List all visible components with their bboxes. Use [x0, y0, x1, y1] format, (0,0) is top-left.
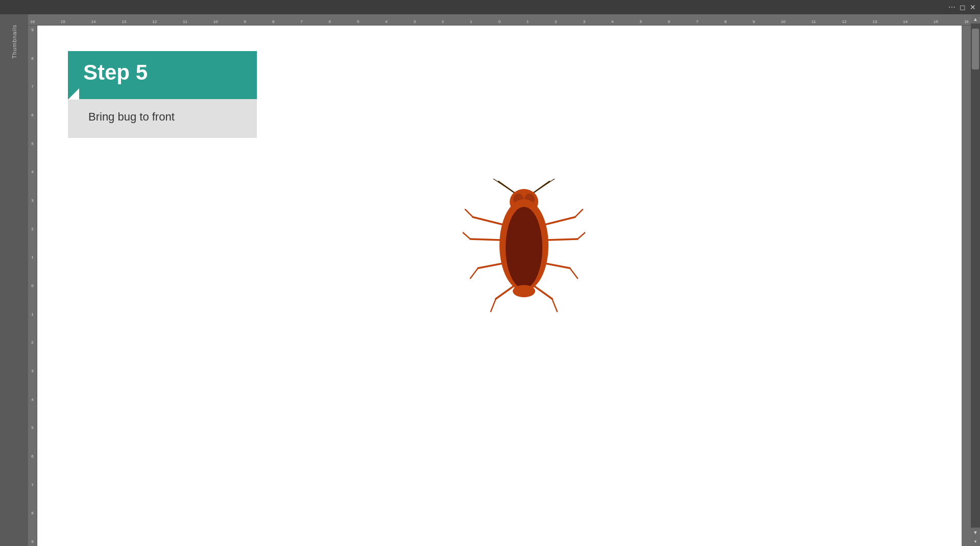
ruler-tick: 2	[555, 19, 557, 24]
svg-line-20	[570, 268, 578, 278]
ruler-tick: 7	[31, 483, 33, 487]
svg-line-16	[575, 209, 583, 217]
ruler-tick: 15	[61, 19, 65, 24]
ruler-tick: 4	[31, 397, 33, 402]
svg-point-8	[506, 207, 542, 289]
ruler-tick: 11	[183, 19, 187, 24]
step-header-notch	[68, 88, 79, 100]
ruler-tick: 13	[122, 19, 126, 24]
step-body: Bring bug to front	[68, 99, 257, 138]
ruler-tick: 5	[639, 19, 641, 24]
ruler-tick: 7	[300, 19, 302, 24]
ruler-tick: 10	[213, 19, 218, 24]
scrollbar-track[interactable]	[971, 23, 980, 528]
ruler-tick: 5	[31, 425, 33, 430]
step-header: Step 5	[68, 51, 257, 99]
ruler-tick: 2	[442, 19, 444, 24]
svg-line-23	[534, 286, 552, 299]
ruler-tick: 8	[272, 19, 274, 24]
ruler-tick: 15	[934, 19, 938, 24]
svg-line-14	[470, 268, 478, 278]
canvas[interactable]: Step 5 Bring bug to front	[37, 26, 962, 546]
svg-line-19	[543, 263, 570, 268]
svg-line-18	[578, 232, 585, 239]
ruler-tick: 7	[31, 84, 33, 89]
ruler-tick: 3	[583, 19, 585, 24]
ruler-tick: 3	[414, 19, 416, 24]
ruler-tick: 9	[31, 539, 33, 544]
ruler-tick: 1	[31, 255, 33, 259]
ruler-tick: 4	[385, 19, 387, 24]
ruler-tick: 4	[31, 170, 33, 174]
ruler-tick: 6	[31, 113, 33, 117]
step-description: Bring bug to front	[88, 110, 175, 123]
close-icon[interactable]: ✕	[970, 3, 976, 11]
ruler-top: 16 15 14 13 12 11 10 9 8 7 6 5 4 3 2 1 0	[28, 14, 971, 26]
ruler-tick: 1	[31, 312, 33, 317]
scroll-up-arrow[interactable]: ▲	[971, 14, 980, 23]
step-card: Step 5 Bring bug to front	[68, 51, 257, 138]
top-bar: ⋯ ◻ ✕	[0, 0, 980, 14]
ruler-tick: 1	[527, 19, 529, 24]
ruler-tick: 7	[696, 19, 698, 24]
ruler-tick: 12	[842, 19, 847, 24]
svg-line-3	[532, 179, 555, 194]
svg-point-25	[513, 285, 535, 297]
ruler-tick: 3	[31, 198, 33, 203]
ruler-tick: 13	[873, 19, 877, 24]
ruler-tick: 4	[611, 19, 613, 24]
more-icon[interactable]: ⋯	[948, 3, 955, 11]
canvas-wrapper: 9 8 7 6 5 4 3 2 1 0 1 2 3 4 5 6 7	[28, 26, 971, 546]
ruler-tick: 9	[31, 28, 33, 32]
ruler-tick: 11	[811, 19, 816, 24]
ruler-tick: 10	[781, 19, 785, 24]
svg-line-11	[470, 239, 501, 240]
ruler-tick: 0	[498, 19, 500, 24]
scrollbar-thumb[interactable]	[972, 29, 979, 69]
ruler-tick: 9	[753, 19, 755, 24]
main-layout: Thumbnails 16 15 14 13 12 11 10 9 8 7 6 …	[0, 14, 980, 546]
ruler-tick: 3	[31, 369, 33, 373]
ruler-tick: 5	[31, 141, 33, 146]
svg-line-13	[478, 263, 505, 268]
ruler-tick: 2	[31, 227, 33, 231]
ruler-left: 9 8 7 6 5 4 3 2 1 0 1 2 3 4 5 6 7	[28, 26, 37, 546]
svg-line-22	[491, 299, 496, 312]
svg-line-9	[473, 217, 504, 225]
thumbnails-label: Thumbnails	[11, 25, 17, 59]
scrollbar-bottom-arrows: ▼ ▼	[971, 528, 980, 546]
ruler-tick: 8	[31, 511, 33, 515]
right-panel	[962, 26, 971, 546]
svg-line-17	[546, 239, 578, 240]
right-scrollbar: ▲ ▼ ▼	[971, 14, 980, 546]
ruler-tick: 6	[668, 19, 670, 24]
scroll-down-arrow[interactable]: ▼	[971, 528, 980, 537]
ruler-tick: 2	[31, 340, 33, 345]
svg-line-21	[496, 286, 514, 299]
cockroach-illustration	[463, 179, 585, 324]
ruler-tick: 6	[329, 19, 331, 24]
ruler-tick: 8	[31, 56, 33, 61]
svg-line-24	[552, 299, 557, 312]
svg-line-1	[493, 179, 516, 194]
thumbnails-panel: Thumbnails	[0, 14, 28, 546]
svg-line-10	[465, 209, 473, 217]
ruler-tick: 5	[357, 19, 359, 24]
ruler-tick: 12	[152, 19, 157, 24]
restore-icon[interactable]: ◻	[960, 3, 966, 11]
svg-line-12	[463, 232, 470, 239]
ruler-tick: 16	[964, 19, 969, 24]
step-number: Step 5	[83, 60, 148, 84]
ruler-tick: 14	[903, 19, 907, 24]
ruler-tick: 0	[31, 283, 33, 288]
ruler-tick: 8	[724, 19, 726, 24]
ruler-tick: 16	[30, 19, 35, 24]
scroll-to-bottom[interactable]: ▼	[971, 537, 980, 546]
ruler-tick: 14	[91, 19, 96, 24]
ruler-tick: 9	[244, 19, 246, 24]
content-area: 16 15 14 13 12 11 10 9 8 7 6 5 4 3 2 1 0	[28, 14, 971, 546]
ruler-tick: 1	[470, 19, 472, 24]
ruler-tick: 6	[31, 454, 33, 459]
svg-line-15	[544, 217, 575, 225]
